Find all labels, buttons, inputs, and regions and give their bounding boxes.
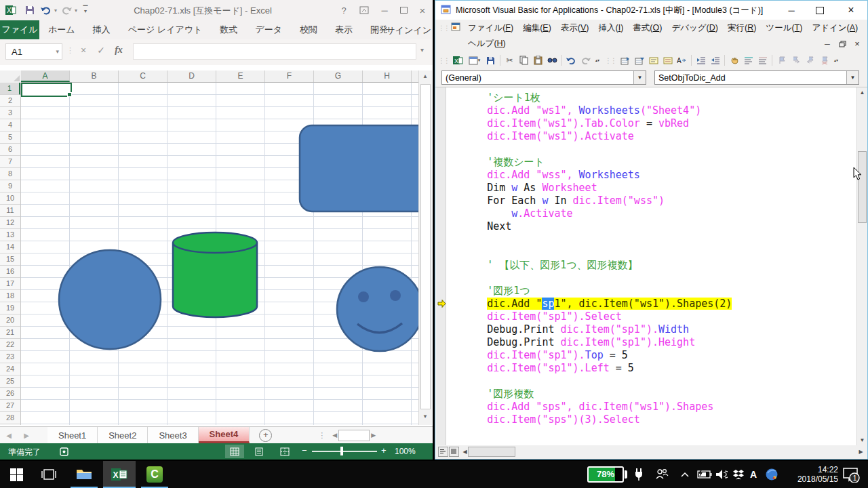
vscroll-thumb[interactable] (858, 151, 867, 223)
code-line[interactable]: 'シート1枚 (462, 92, 732, 104)
zoom-slider-thumb[interactable] (340, 447, 343, 455)
vba-menu-item[interactable]: ヘルプ(H) (463, 36, 511, 52)
rounded-rectangle-shape[interactable] (300, 125, 418, 211)
circle-shape[interactable] (59, 250, 161, 349)
column-header[interactable]: E (216, 70, 265, 82)
scroll-up-icon[interactable]: ▲ (422, 73, 428, 79)
vba-menu-item[interactable]: ウィンドウ(W) (863, 20, 868, 36)
code-line[interactable]: Next (462, 220, 732, 233)
uncomment-block-icon[interactable] (755, 54, 770, 67)
code-line[interactable] (462, 375, 732, 388)
procedure-view-icon[interactable] (438, 447, 448, 457)
full-module-view-icon[interactable] (449, 447, 459, 457)
ime-mode-indicator[interactable]: A (750, 468, 757, 481)
toolbar-overflow-icon[interactable]: ▴▾ (831, 54, 841, 67)
zoom-in-icon[interactable]: + (381, 445, 387, 455)
complete-word-icon[interactable]: A (675, 54, 689, 67)
toggle-breakpoint-hand-icon[interactable] (727, 54, 741, 67)
toggle-bookmark-icon[interactable] (774, 54, 789, 67)
procedure-combo-dropdown-icon[interactable]: ▼ (846, 71, 859, 84)
page-layout-view-button[interactable] (250, 445, 269, 458)
vba-menu-item[interactable]: 挿入(I) (594, 20, 629, 36)
tray-battery-icon[interactable] (697, 468, 712, 481)
row-header[interactable]: 14 (0, 241, 20, 253)
hscroll-right-icon[interactable]: ▶ (371, 432, 376, 439)
row-header[interactable]: 15 (0, 253, 20, 266)
new-sheet-button[interactable]: + (259, 429, 272, 442)
row-header[interactable]: 27 (0, 400, 20, 412)
vba-menu-item[interactable]: 実行(R) (723, 20, 761, 36)
column-header[interactable]: B (70, 70, 119, 82)
power-plug-icon[interactable] (633, 468, 644, 481)
ribbon-tab-file[interactable]: ファイル (0, 20, 39, 39)
mdi-minimize-icon[interactable]: ─ (821, 38, 834, 49)
code-line[interactable]: '図形複数 (462, 388, 732, 401)
sheet-nav-prev-icon[interactable]: ◀ (0, 427, 18, 443)
ribbon-tab[interactable]: ページ レイアウト (119, 20, 212, 39)
clear-bookmarks-icon[interactable] (817, 54, 831, 67)
taskbar-clock[interactable]: 14:22 2018/05/15 (780, 465, 838, 484)
code-line-current[interactable]: dic.Add "sp1", dic.Item("ws1").Shapes(2) (462, 298, 732, 310)
code-line[interactable]: dic.Item("ws1").Activate (462, 130, 732, 143)
ribbon-tab[interactable]: データ (246, 20, 291, 39)
scroll-down-icon[interactable]: ▼ (422, 413, 428, 420)
cylinder-body-shape[interactable] (173, 243, 257, 317)
code-line[interactable]: dic.Item("sps")(3).Select (462, 413, 732, 426)
vba-menu-item[interactable]: 編集(E) (518, 20, 556, 36)
spreadsheet-grid[interactable] (21, 83, 418, 425)
help-icon[interactable]: ? (335, 3, 353, 17)
code-line[interactable] (462, 246, 732, 259)
column-header[interactable]: A (21, 70, 70, 82)
file-explorer-button[interactable] (68, 461, 100, 488)
code-line[interactable]: For Each w In dic.Item("wss") (462, 195, 732, 207)
undo-icon[interactable] (41, 5, 52, 16)
smiley-face-shape[interactable] (337, 267, 418, 351)
sheet-tab-sheet3[interactable]: Sheet3 (148, 427, 198, 443)
row-header[interactable]: 22 (0, 339, 20, 351)
signin-link[interactable]: サインイン (386, 24, 431, 37)
code-line[interactable]: dic.Add "sps", dic.Item("ws1").Shapes (462, 401, 732, 413)
scroll-down-icon[interactable]: ▼ (857, 435, 867, 445)
parameter-info-icon[interactable] (660, 54, 675, 67)
start-button[interactable] (0, 461, 33, 488)
row-header[interactable]: 11 (0, 205, 20, 217)
object-combo[interactable]: (General) ▼ (441, 70, 646, 85)
toolbar-overflow-icon[interactable]: ▴▾ (593, 54, 602, 67)
code-line[interactable] (462, 272, 732, 285)
hscroll-thumb[interactable] (338, 430, 370, 441)
list-constants-icon[interactable] (632, 54, 646, 67)
ribbon-tab[interactable]: 挿入 (84, 20, 119, 39)
zoom-out-icon[interactable]: − (302, 445, 307, 455)
row-header[interactable]: 9 (0, 180, 20, 192)
normal-view-button[interactable] (225, 445, 244, 458)
comment-block-icon[interactable] (741, 54, 755, 67)
vscroll-thumb[interactable] (420, 84, 431, 409)
vba-menu-item[interactable]: ファイル(F) (463, 20, 518, 36)
volume-icon[interactable] (715, 468, 728, 481)
name-box-dropdown-icon[interactable]: ▾ (56, 48, 59, 55)
vba-menu-item[interactable]: デバッグ(D) (667, 20, 723, 36)
ribbon-display-icon[interactable] (355, 3, 373, 17)
row-header[interactable]: 19 (0, 302, 20, 314)
next-bookmark-icon[interactable] (789, 54, 803, 67)
sheet-tab-sheet1[interactable]: Sheet1 (47, 427, 98, 443)
camtasia-button[interactable]: C (138, 461, 171, 488)
hscroll-left-icon[interactable]: ◀ (332, 432, 337, 439)
task-view-button[interactable] (33, 461, 65, 488)
code-line[interactable]: Dim w As Worksheet (462, 182, 732, 195)
undo-dropdown-icon[interactable]: ▾ (53, 5, 58, 16)
save-icon[interactable] (24, 5, 35, 16)
row-header[interactable]: 8 (0, 168, 20, 180)
procedure-combo[interactable]: SetObjToDic_Add ▼ (654, 70, 859, 85)
code-line[interactable]: dic.Item("sp1").Select (462, 310, 732, 323)
select-all-corner[interactable] (0, 70, 22, 83)
formula-input[interactable] (133, 43, 416, 60)
row-header[interactable]: 4 (0, 119, 20, 131)
row-header[interactable]: 2 (0, 95, 20, 107)
redo-icon[interactable] (578, 54, 593, 67)
maximize-button[interactable] (395, 3, 412, 17)
row-header[interactable]: 1 (0, 83, 20, 95)
vba-menu-item[interactable]: アドイン(A) (807, 20, 863, 36)
code-line[interactable] (462, 143, 732, 156)
cut-icon[interactable]: ✂ (502, 54, 517, 67)
